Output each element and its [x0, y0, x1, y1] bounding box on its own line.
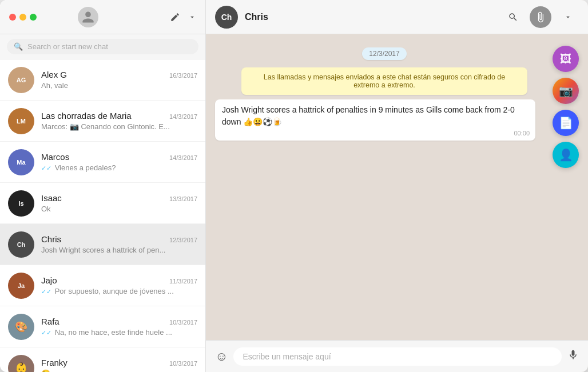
- chat-info: Isaac 13/3/2017 Ok: [41, 193, 197, 213]
- emoji-button[interactable]: ☺: [215, 349, 228, 364]
- search-icon: 🔍: [14, 42, 23, 51]
- input-area: ☺: [206, 340, 588, 372]
- contact-name: Chris: [245, 12, 268, 22]
- avatar: AG: [8, 67, 34, 93]
- avatar: Ma: [8, 149, 34, 175]
- chat-preview: ✓✓ Vienes a pedales?: [41, 163, 178, 172]
- chat-preview: Ah, vale: [41, 81, 178, 90]
- traffic-light-green[interactable]: [30, 14, 37, 21]
- chat-info: Franky 10/3/2017 😉: [41, 358, 197, 372]
- list-item[interactable]: Is Isaac 13/3/2017 Ok: [0, 183, 205, 224]
- list-item[interactable]: 👶 Franky 10/3/2017 😉: [0, 347, 205, 372]
- avatar: 👶: [8, 355, 34, 373]
- chat-info: Alex G 16/3/2017 Ah, vale: [41, 70, 197, 90]
- chat-name: Alex G: [41, 70, 67, 79]
- attach-document-button[interactable]: 📄: [553, 110, 579, 136]
- chat-info: Chris 12/3/2017 Josh Wright scores a hat…: [41, 234, 197, 254]
- chat-info: Jajo 11/3/2017 ✓✓ Por supuesto, aunque d…: [41, 275, 197, 295]
- chat-name: Isaac: [41, 193, 62, 203]
- chat-date: 14/3/2017: [169, 154, 197, 161]
- message-bubble: Josh Wright scores a hattrick of penalti…: [215, 99, 535, 141]
- list-item[interactable]: 🎨 Rafa 10/3/2017 ✓✓ Na, no me hace, este…: [0, 306, 205, 347]
- right-header-actions: [502, 6, 579, 28]
- traffic-light-yellow[interactable]: [19, 14, 26, 21]
- right-header: Ch Chris: [206, 0, 588, 34]
- chat-name: Franky: [41, 358, 67, 367]
- more-options-button[interactable]: [557, 6, 579, 28]
- list-item[interactable]: LM Las chorradas de Maria 14/3/2017 Marc…: [0, 101, 205, 142]
- menu-dropdown-button[interactable]: [188, 13, 196, 21]
- chat-info: Rafa 10/3/2017 ✓✓ Na, no me hace, este f…: [41, 317, 197, 337]
- chat-preview: ✓✓ Por supuesto, aunque de jóvenes ...: [41, 287, 178, 295]
- chat-date: 12/3/2017: [169, 237, 197, 243]
- chat-preview: Josh Wright scores a hattrick of pen...: [41, 246, 178, 254]
- right-panel: Ch Chris: [206, 0, 588, 372]
- header-actions: [170, 12, 196, 22]
- double-check-icon: ✓✓: [41, 329, 51, 336]
- left-header: [0, 0, 205, 34]
- chat-date: 11/3/2017: [169, 278, 197, 285]
- chat-preview: 😉: [41, 369, 178, 372]
- chat-date: 16/3/2017: [169, 72, 197, 79]
- list-item[interactable]: Ma Marcos 14/3/2017 ✓✓ Vienes a pedales?: [0, 142, 205, 183]
- avatar: 🎨: [8, 314, 34, 340]
- avatar: Is: [8, 190, 34, 217]
- traffic-light-red[interactable]: [9, 14, 16, 21]
- chat-info: Marcos 14/3/2017 ✓✓ Vienes a pedales?: [41, 152, 197, 172]
- chat-name: Jajo: [41, 275, 57, 285]
- list-item[interactable]: Ja Jajo 11/3/2017 ✓✓ Por supuesto, aunqu…: [0, 265, 205, 306]
- chat-preview: Ok: [41, 205, 178, 213]
- chat-info: Las chorradas de Maria 14/3/2017 Marcos:…: [41, 111, 197, 131]
- message-time: 00:00: [514, 129, 530, 138]
- chat-name: Marcos: [41, 152, 69, 162]
- chat-date: 10/3/2017: [169, 319, 197, 326]
- chat-date: 10/3/2017: [169, 360, 197, 367]
- avatar: Ja: [8, 273, 34, 299]
- double-check-icon: ✓✓: [41, 165, 51, 171]
- list-item[interactable]: Ch Chris 12/3/2017 Josh Wright scores a …: [0, 224, 205, 265]
- chat-name: Chris: [41, 234, 61, 244]
- chat-list: AG Alex G 16/3/2017 Ah, vale LM Las chor…: [0, 59, 205, 372]
- search-bar: 🔍: [0, 34, 205, 59]
- message-input[interactable]: [233, 347, 562, 366]
- attachment-button[interactable]: [530, 6, 551, 28]
- attach-camera-button[interactable]: 📷: [553, 78, 579, 104]
- left-panel: 🔍 AG Alex G 16/3/2017 Ah, vale LM: [0, 0, 206, 372]
- search-input-wrap: 🔍: [7, 39, 198, 54]
- attach-photo-button[interactable]: 🖼: [553, 46, 579, 72]
- avatar: LM: [8, 108, 34, 134]
- search-chat-button[interactable]: [502, 6, 524, 28]
- chat-preview: Marcos: 📷 Cenando con Gintonic. E...: [41, 122, 178, 131]
- avatar: Ch: [8, 231, 34, 258]
- new-chat-button[interactable]: [170, 12, 180, 22]
- double-check-icon: ✓✓: [41, 288, 51, 295]
- traffic-lights: [9, 14, 37, 21]
- app-container: 🔍 AG Alex G 16/3/2017 Ah, vale LM: [0, 0, 588, 372]
- attach-contact-button[interactable]: 👤: [553, 142, 579, 168]
- date-divider: 12/3/2017: [215, 48, 554, 58]
- contact-avatar: Ch: [215, 6, 238, 29]
- list-item[interactable]: AG Alex G 16/3/2017 Ah, vale: [0, 59, 205, 101]
- attachment-panel: 🖼 📷 📄 👤: [553, 46, 579, 168]
- chat-preview: ✓✓ Na, no me hace, este finde huele ...: [41, 328, 178, 337]
- messages-area: 12/3/2017 Las llamadas y mensajes enviad…: [206, 34, 588, 340]
- search-input[interactable]: [27, 42, 192, 51]
- chat-date: 13/3/2017: [169, 195, 197, 202]
- security-notice: Las llamadas y mensajes enviados a este …: [241, 67, 527, 95]
- chat-name: Las chorradas de Maria: [41, 111, 132, 121]
- profile-avatar[interactable]: [78, 7, 98, 27]
- chat-name: Rafa: [41, 317, 59, 326]
- chat-date: 14/3/2017: [169, 113, 197, 120]
- microphone-button[interactable]: [567, 349, 579, 363]
